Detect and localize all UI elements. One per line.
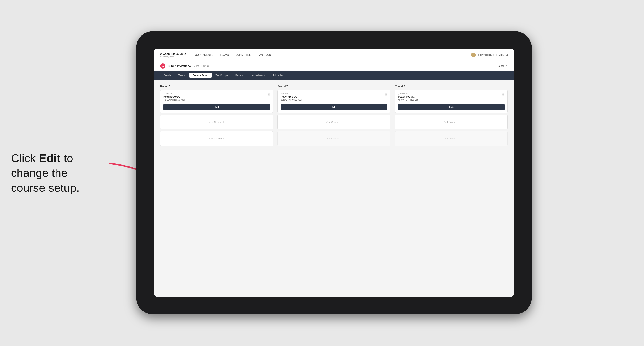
- powered-by-label: Powered by clippd: [160, 56, 186, 58]
- plus-icon-r3-2: +: [458, 137, 459, 140]
- round-3-course-card: (Course A) Peachtree GC Yellow (M) (6629…: [395, 90, 508, 113]
- tab-results[interactable]: Results: [232, 73, 246, 78]
- edit-button-r1[interactable]: Edit: [164, 104, 270, 110]
- sub-header: C Clippd Invitational (Men) Hosting Canc…: [154, 61, 514, 71]
- scoreboard-logo: SCOREBOARD: [160, 52, 186, 56]
- round-3-column: Round 3 (Course A) Peachtree GC Yellow (…: [395, 85, 508, 148]
- tab-details[interactable]: Details: [160, 73, 174, 78]
- edit-button-r2[interactable]: Edit: [280, 104, 387, 110]
- cancel-button[interactable]: Cancel ✕: [498, 64, 508, 67]
- tab-printables[interactable]: Printables: [270, 73, 287, 78]
- plus-icon-r3-1: +: [458, 121, 459, 124]
- course-details-r1: Yellow (M) (6629 yds): [164, 99, 266, 101]
- course-a-label-r3: (Course A): [398, 93, 501, 95]
- round-1-header: Round 1: [160, 85, 273, 88]
- tab-teams[interactable]: Teams: [175, 73, 188, 78]
- round-1-course-card: (Course A) Peachtree GC Yellow (M) (6629…: [160, 90, 273, 113]
- round-3-header: Round 3: [395, 85, 508, 88]
- course-name-r2: Peachtree GC: [280, 95, 383, 98]
- round-2-header: Round 2: [278, 85, 390, 88]
- delete-icon-r3[interactable]: ⊟: [502, 93, 504, 96]
- course-details-r3: Yellow (M) (6629 yds): [398, 99, 501, 101]
- main-content: Round 1 (Course A) Peachtree GC Yellow (…: [154, 80, 514, 297]
- plus-icon-r1-1: +: [223, 121, 224, 124]
- card-top: (Course A) Peachtree GC Yellow (M) (6629…: [164, 93, 270, 103]
- card-top-r3: (Course A) Peachtree GC Yellow (M) (6629…: [398, 93, 504, 103]
- card-info-r3: (Course A) Peachtree GC Yellow (M) (6629…: [398, 93, 501, 103]
- add-course-r1-1[interactable]: Add Course +: [160, 115, 273, 129]
- round-2-course-card: (Course A) Peachtree GC Yellow (M) (6629…: [278, 90, 390, 113]
- hosting-badge: Hosting: [202, 65, 209, 67]
- edit-button-r3[interactable]: Edit: [398, 104, 504, 110]
- logo-area: SCOREBOARD Powered by clippd: [160, 52, 186, 58]
- tab-bar: Details Teams Course Setup Tee Groups Re…: [154, 71, 514, 80]
- delete-icon-r1[interactable]: ⊟: [268, 93, 270, 96]
- tab-leaderboards[interactable]: Leaderboards: [247, 73, 269, 78]
- add-course-label-r3-1: Add Course: [444, 121, 456, 124]
- add-course-r1-2[interactable]: Add Course +: [160, 131, 273, 146]
- round-1-column: Round 1 (Course A) Peachtree GC Yellow (…: [160, 85, 273, 148]
- card-info: (Course A) Peachtree GC Yellow (M) (6629…: [164, 93, 266, 103]
- card-top-r2: (Course A) Peachtree GC Yellow (M) (6629…: [280, 93, 387, 103]
- course-name-r1: Peachtree GC: [164, 95, 266, 98]
- delete-icon-r2[interactable]: ⊟: [385, 93, 387, 96]
- course-details-r2: Yellow (M) (6629 yds): [280, 99, 383, 101]
- c-logo: C: [160, 63, 166, 69]
- add-course-label-r2-2: Add Course: [326, 137, 339, 140]
- tournament-name: Clippd Invitational: [168, 64, 192, 67]
- card-info-r2: (Course A) Peachtree GC Yellow (M) (6629…: [280, 93, 383, 103]
- nav-right: blair@clippd.io | Sign out: [471, 53, 508, 57]
- top-navigation: SCOREBOARD Powered by clippd TOURNAMENTS…: [154, 49, 514, 61]
- plus-icon-r2-2: +: [340, 137, 342, 140]
- add-course-r3-2: Add Course +: [395, 131, 508, 146]
- tournament-gender: (Men): [193, 64, 199, 67]
- nav-committee[interactable]: COMMITTEE: [235, 53, 251, 57]
- course-a-label-r1: (Course A): [164, 93, 266, 95]
- sign-out-link[interactable]: Sign out: [499, 53, 508, 56]
- nav-separator: |: [496, 53, 496, 56]
- add-course-label-r3-2: Add Course: [444, 137, 456, 140]
- nav-rankings[interactable]: RANKINGS: [258, 53, 271, 57]
- course-name-r3: Peachtree GC: [398, 95, 501, 98]
- add-course-r2-1[interactable]: Add Course +: [278, 115, 390, 129]
- user-email: blair@clippd.io: [478, 53, 494, 56]
- tablet-screen: SCOREBOARD Powered by clippd TOURNAMENTS…: [154, 49, 514, 297]
- add-course-label-r1-1: Add Course: [209, 121, 222, 124]
- add-course-label-r2-1: Add Course: [326, 121, 339, 124]
- rounds-grid: Round 1 (Course A) Peachtree GC Yellow (…: [160, 85, 508, 148]
- add-course-label-r1-2: Add Course: [209, 137, 222, 140]
- user-avatar: [471, 53, 476, 57]
- tab-course-setup[interactable]: Course Setup: [189, 73, 212, 78]
- add-course-r3-1[interactable]: Add Course +: [395, 115, 508, 129]
- round-2-column: Round 2 (Course A) Peachtree GC Yellow (…: [278, 85, 390, 148]
- instruction-text: Click Edit to change the course setup.: [11, 151, 80, 195]
- nav-teams[interactable]: TEAMS: [220, 53, 229, 57]
- nav-tournaments[interactable]: TOURNAMENTS: [194, 53, 213, 57]
- plus-icon-r1-2: +: [223, 137, 224, 140]
- tab-tee-groups[interactable]: Tee Groups: [212, 73, 231, 78]
- instruction-bold: Edit: [39, 152, 60, 165]
- nav-links: TOURNAMENTS TEAMS COMMITTEE RANKINGS: [194, 53, 471, 57]
- tablet-device: SCOREBOARD Powered by clippd TOURNAMENTS…: [136, 31, 532, 314]
- add-course-r2-2: Add Course +: [278, 131, 390, 146]
- plus-icon-r2-1: +: [340, 121, 342, 124]
- course-a-label-r2: (Course A): [280, 93, 383, 95]
